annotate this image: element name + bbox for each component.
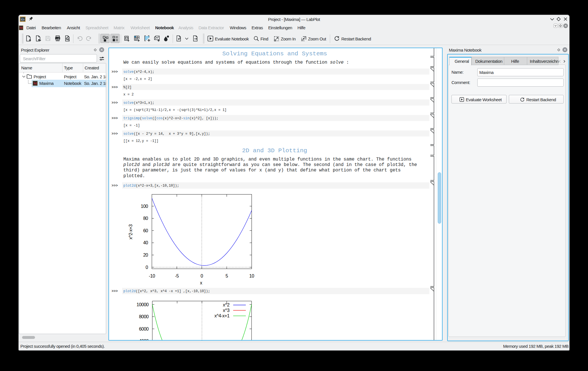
svg-text:80: 80 — [143, 216, 148, 221]
svg-text:100: 100 — [141, 204, 148, 209]
svg-text:6000: 6000 — [139, 327, 149, 331]
svg-text:-10: -10 — [149, 274, 155, 278]
svg-text:M: M — [33, 81, 37, 85]
svg-text:x^3: x^3 — [223, 308, 230, 313]
svg-text:20: 20 — [143, 253, 148, 257]
svg-text:10000: 10000 — [137, 302, 149, 307]
svg-text:5: 5 — [225, 274, 228, 278]
svg-text:40: 40 — [143, 240, 148, 245]
svg-text:10: 10 — [249, 274, 254, 278]
svg-text:8000: 8000 — [139, 314, 149, 319]
svg-text:x: x — [200, 280, 202, 285]
svg-text:x^4-x+1: x^4-x+1 — [215, 313, 230, 318]
svg-text:x^2-x+3: x^2-x+3 — [128, 224, 133, 239]
svg-text:-5: -5 — [175, 274, 179, 278]
svg-text:0: 0 — [200, 274, 203, 278]
svg-text:4000: 4000 — [139, 339, 149, 341]
svg-text:60: 60 — [143, 228, 148, 233]
svg-text:x^2: x^2 — [223, 302, 230, 307]
svg-text:0: 0 — [146, 265, 148, 270]
svg-text:M: M — [20, 26, 23, 30]
